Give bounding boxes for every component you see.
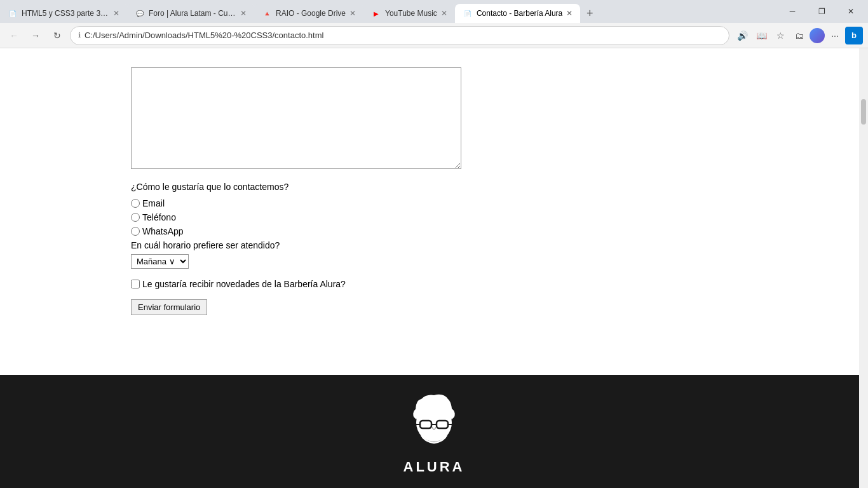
radio-email-input[interactable] [131, 199, 140, 208]
scrollbar-thumb[interactable] [861, 99, 866, 125]
alura-text-svg: ALURA [399, 458, 469, 475]
submit-button[interactable]: Enviar formulario [131, 299, 207, 315]
refresh-button[interactable]: ↻ [48, 27, 66, 44]
close-button[interactable]: ✕ [836, 2, 865, 21]
schedule-question-label: En cuál horario prefiere ser atendido? [131, 240, 737, 250]
page-content: ¿Cómo le gustaría que lo contactemos? Em… [0, 48, 868, 488]
tab-label-3: RAIO - Google Drive [276, 9, 346, 18]
tab-favicon-1: 📄 [8, 8, 18, 18]
tab-label-4: YouTube Music [385, 9, 437, 18]
forward-button[interactable]: → [27, 27, 44, 44]
read-aloud-icon[interactable]: 🔊 [733, 27, 751, 44]
footer: ALURA [0, 375, 868, 488]
bing-button[interactable]: b [845, 27, 863, 44]
collections-icon[interactable]: 🗂 [790, 27, 808, 44]
newsletter-label: Le gustaría recibir novedades de la Barb… [142, 279, 346, 289]
window-controls: ─ ❐ ✕ [778, 4, 868, 23]
favorites-icon[interactable]: ☆ [771, 27, 789, 44]
restore-button[interactable]: ❐ [807, 2, 836, 21]
form-section: ¿Cómo le gustaría que lo contactemos? Em… [131, 61, 737, 315]
radio-email-label: Email [142, 198, 165, 208]
tab-youtube-music[interactable]: ▶ YouTube Music ✕ [363, 4, 455, 23]
tab-close-2[interactable]: ✕ [240, 9, 247, 18]
tab-close-1[interactable]: ✕ [113, 9, 119, 18]
tab-favicon-3: 🔺 [262, 8, 272, 18]
tab-label-2: Foro | Alura Latam - Cursos o... [149, 9, 236, 18]
tab-favicon-4: ▶ [371, 8, 381, 18]
main-area: ¿Cómo le gustaría que lo contactemos? Em… [0, 48, 868, 375]
radio-telefono-input[interactable] [131, 213, 140, 222]
schedule-select[interactable]: Mañana ∨ Tarde Noche [131, 254, 189, 269]
svg-text:ALURA: ALURA [403, 459, 465, 475]
contact-question-label: ¿Cómo le gustaría que lo contactemos? [131, 182, 737, 192]
profile-avatar[interactable] [810, 28, 825, 43]
tab-contacto-barberia[interactable]: 📄 Contacto - Barbería Alura ✕ [455, 4, 580, 23]
tab-foro-alura[interactable]: 💬 Foro | Alura Latam - Cursos o... ✕ [127, 4, 254, 23]
url-display: C:/Users/Admin/Downloads/HTML5%20-%20CSS… [85, 30, 721, 40]
address-bar: ← → ↻ ℹ C:/Users/Admin/Downloads/HTML5%2… [0, 23, 868, 48]
toolbar-icons: 🔊 📖 ☆ 🗂 ··· b [733, 27, 863, 44]
tab-close-5[interactable]: ✕ [566, 9, 573, 18]
minimize-button[interactable]: ─ [778, 2, 807, 21]
radio-whatsapp-input[interactable] [131, 227, 140, 236]
radio-telefono-label: Teléfono [142, 212, 176, 222]
more-options-icon[interactable]: ··· [826, 27, 844, 44]
message-textarea[interactable] [131, 67, 461, 169]
tab-label-1: HTML5 y CSS3 parte 3: Traba... [22, 9, 109, 18]
immersive-reader-icon[interactable]: 📖 [752, 27, 770, 44]
new-tab-button[interactable]: + [580, 4, 599, 23]
tab-html5-css3[interactable]: 📄 HTML5 y CSS3 parte 3: Traba... ✕ [0, 4, 127, 23]
radio-group-contact: Email Teléfono WhatsApp [131, 198, 737, 236]
tab-close-3[interactable]: ✕ [349, 9, 356, 18]
tab-bar: 📄 HTML5 y CSS3 parte 3: Traba... ✕ 💬 For… [0, 0, 868, 23]
scrollbar-track[interactable] [859, 48, 868, 488]
lock-icon: ℹ [78, 31, 81, 39]
newsletter-checkbox-item[interactable]: Le gustaría recibir novedades de la Barb… [131, 279, 737, 289]
radio-whatsapp-item[interactable]: WhatsApp [131, 226, 737, 236]
alura-logo-svg [402, 388, 466, 458]
tab-favicon-5: 📄 [463, 8, 473, 18]
tab-label-5: Contacto - Barbería Alura [477, 9, 562, 18]
newsletter-checkbox[interactable] [131, 280, 140, 288]
address-input[interactable]: ℹ C:/Users/Admin/Downloads/HTML5%20-%20C… [70, 26, 729, 45]
back-button[interactable]: ← [5, 27, 23, 44]
page-wrapper: ¿Cómo le gustaría que lo contactemos? Em… [0, 48, 868, 488]
tab-google-drive[interactable]: 🔺 RAIO - Google Drive ✕ [254, 4, 363, 23]
radio-email-item[interactable]: Email [131, 198, 737, 208]
radio-whatsapp-label: WhatsApp [142, 226, 184, 236]
tab-favicon-2: 💬 [135, 8, 145, 18]
footer-logo: ALURA [399, 388, 469, 475]
tab-close-4[interactable]: ✕ [441, 9, 447, 18]
radio-telefono-item[interactable]: Teléfono [131, 212, 737, 222]
